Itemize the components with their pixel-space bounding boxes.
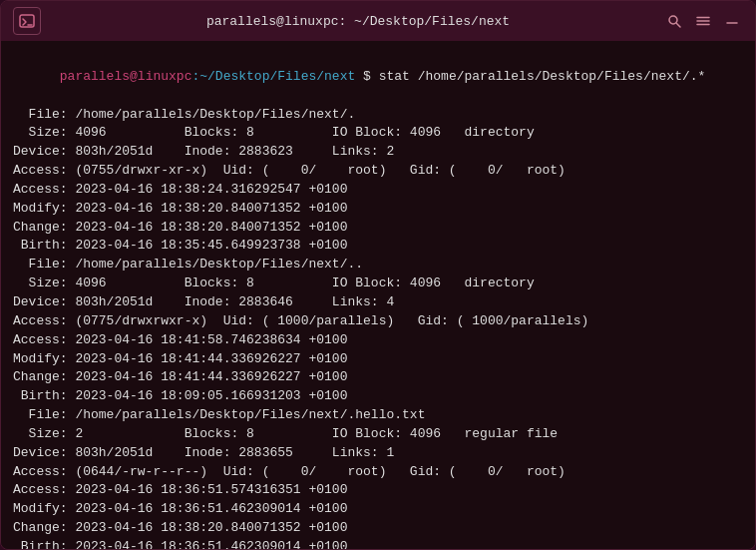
output-line-5: Access: 2023-04-16 18:38:24.316292547 +0… xyxy=(13,181,743,200)
output-line-16: Birth: 2023-04-16 18:09:05.166931203 +01… xyxy=(13,387,743,406)
output-line-9: File: /home/parallels/Desktop/Files/next… xyxy=(13,256,743,275)
output-line-14: Modify: 2023-04-16 18:41:44.336926227 +0… xyxy=(13,350,743,369)
output-line-8: Birth: 2023-04-16 18:35:45.649923738 +01… xyxy=(13,237,743,256)
search-button[interactable] xyxy=(663,7,684,35)
output-line-20: Access: (0644/-rw-r--r--) Uid: ( 0/ root… xyxy=(13,463,743,482)
command-line: parallels@linuxpc:~/Desktop/Files/next $… xyxy=(13,49,743,106)
minimize-button[interactable] xyxy=(722,7,743,35)
terminal-window: parallels@linuxpc: ~/Desktop/Files/next xyxy=(0,0,756,550)
titlebar-controls xyxy=(663,7,743,35)
output-line-2: Size: 4096 Blocks: 8 IO Block: 4096 dire… xyxy=(13,124,743,143)
output-line-22: Modify: 2023-04-16 18:36:51.462309014 +0… xyxy=(13,500,743,519)
output-line-19: Device: 803h/2051d Inode: 2883655 Links:… xyxy=(13,444,743,463)
output-line-15: Change: 2023-04-16 18:41:44.336926227 +0… xyxy=(13,368,743,387)
command-text: $ stat /home/parallels/Desktop/Files/nex… xyxy=(363,69,705,84)
output-line-13: Access: 2023-04-16 18:41:58.746238634 +0… xyxy=(13,331,743,350)
output-line-1: File: /home/parallels/Desktop/Files/next… xyxy=(13,106,743,125)
svg-point-2 xyxy=(669,16,677,24)
output-line-12: Access: (0775/drwxrwxr-x) Uid: ( 1000/pa… xyxy=(13,312,743,331)
terminal-body[interactable]: parallels@linuxpc:~/Desktop/Files/next $… xyxy=(1,41,755,549)
output-line-18: Size: 2 Blocks: 8 IO Block: 4096 regular… xyxy=(13,425,743,444)
prompt-path: :~/Desktop/Files/next xyxy=(191,69,355,84)
titlebar-left xyxy=(13,7,53,35)
output-line-7: Change: 2023-04-16 18:38:20.840071352 +0… xyxy=(13,219,743,238)
output-line-23: Change: 2023-04-16 18:38:20.840071352 +0… xyxy=(13,519,743,538)
output-line-4: Access: (0755/drwxr-xr-x) Uid: ( 0/ root… xyxy=(13,162,743,181)
titlebar: parallels@linuxpc: ~/Desktop/Files/next xyxy=(1,1,755,41)
terminal-icon xyxy=(13,7,41,35)
output-line-21: Access: 2023-04-16 18:36:51.574316351 +0… xyxy=(13,481,743,500)
prompt-dollar xyxy=(355,69,363,84)
output-line-6: Modify: 2023-04-16 18:38:20.840071352 +0… xyxy=(13,200,743,219)
output-line-17: File: /home/parallels/Desktop/Files/next… xyxy=(13,406,743,425)
output-line-3: Device: 803h/2051d Inode: 2883623 Links:… xyxy=(13,143,743,162)
svg-line-3 xyxy=(676,24,680,28)
prompt-user: parallels@linuxpc xyxy=(60,69,192,84)
output-line-10: Size: 4096 Blocks: 8 IO Block: 4096 dire… xyxy=(13,275,743,293)
window-title: parallels@linuxpc: ~/Desktop/Files/next xyxy=(53,14,663,29)
output-line-24: Birth: 2023-04-16 18:36:51.462309014 +01… xyxy=(13,538,743,549)
output-line-11: Device: 803h/2051d Inode: 2883646 Links:… xyxy=(13,293,743,312)
menu-button[interactable] xyxy=(692,7,713,35)
